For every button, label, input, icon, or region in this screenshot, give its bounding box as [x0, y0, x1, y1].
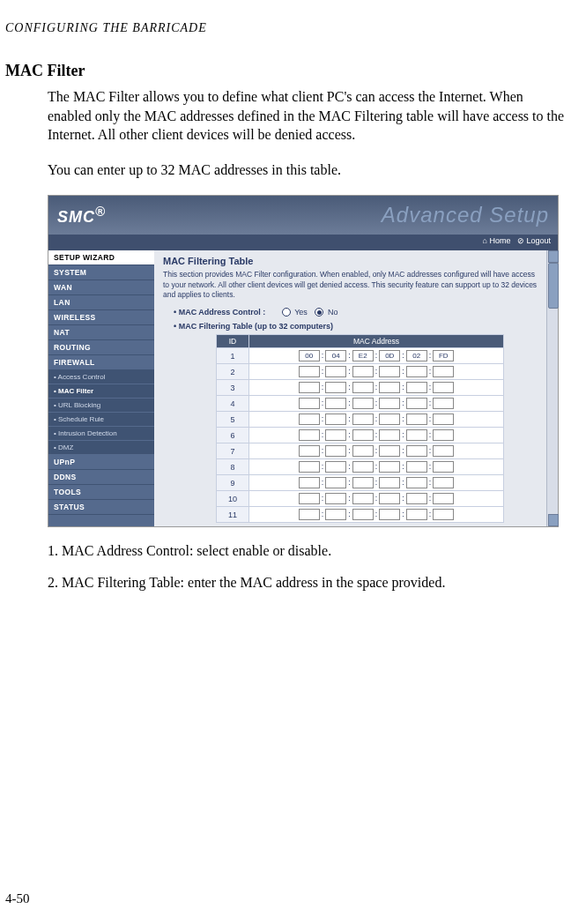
mac-octet-input[interactable] [406, 414, 427, 425]
sidebar-nat[interactable]: NAT [48, 325, 154, 340]
mac-octet-input[interactable] [325, 493, 346, 504]
mac-octet-input[interactable]: 00 [299, 350, 320, 361]
mac-octet-input[interactable] [325, 414, 346, 425]
th-id: ID [217, 335, 249, 348]
mac-octet-input[interactable] [433, 461, 454, 473]
mac-octet-input[interactable] [325, 429, 346, 441]
mac-octet-input[interactable] [406, 445, 427, 457]
mac-octet-input[interactable] [299, 493, 320, 504]
mac-octet-input[interactable] [299, 461, 320, 473]
mac-octet-input[interactable] [406, 461, 427, 473]
mac-octet-input[interactable] [433, 493, 454, 504]
mac-octet-input[interactable] [433, 477, 454, 488]
mac-octet-input[interactable] [433, 509, 454, 520]
mac-octet-input[interactable] [352, 509, 374, 520]
mac-octet-input[interactable] [299, 509, 320, 520]
mac-octet-input[interactable]: 04 [325, 350, 346, 361]
mac-octet-input[interactable] [379, 461, 400, 473]
mac-octet-input[interactable] [406, 366, 427, 377]
mac-octet-input[interactable] [433, 398, 454, 409]
scroll-up-icon[interactable] [548, 250, 559, 263]
mac-octet-input[interactable] [433, 429, 454, 441]
sidebar-tools[interactable]: TOOLS [48, 485, 154, 500]
mac-octet-input[interactable] [433, 382, 454, 393]
mac-octet-input[interactable] [325, 445, 346, 457]
sidebar-sub-url-blocking[interactable]: URL Blocking [48, 399, 154, 413]
mac-octet-input[interactable] [299, 382, 320, 393]
scroll-down-icon[interactable] [548, 514, 559, 526]
sidebar-wireless[interactable]: WIRELESS [48, 310, 154, 325]
mac-octet-input[interactable] [379, 382, 400, 393]
content-scrollbar[interactable] [546, 250, 558, 526]
mac-octet-input[interactable] [325, 366, 346, 377]
sidebar-sub-mac-filter[interactable]: MAC Filter [48, 384, 154, 399]
mac-octet-input[interactable] [299, 366, 320, 377]
sidebar-ddns[interactable]: DDNS [48, 470, 154, 485]
mac-octet-input[interactable] [379, 398, 400, 409]
sidebar-sub-access-control[interactable]: Access Control [48, 370, 154, 384]
mac-octet-input[interactable] [299, 414, 320, 425]
mac-octet-input[interactable] [352, 398, 374, 409]
mac-octet-input[interactable] [325, 398, 346, 409]
sidebar-sub-intrusion-detection[interactable]: Intrusion Detection [48, 427, 154, 441]
mac-octet-input[interactable] [406, 493, 427, 504]
mac-octet-input[interactable] [433, 366, 454, 377]
home-icon[interactable]: ⌂ [482, 236, 486, 245]
mac-octet-input[interactable] [352, 382, 374, 393]
nav-logout-link[interactable]: Logout [526, 236, 551, 245]
mac-octet-input[interactable] [352, 461, 374, 473]
mac-octet-input[interactable] [379, 445, 400, 457]
sidebar-firewall[interactable]: FIREWALL [48, 355, 154, 370]
sidebar-wan[interactable]: WAN [48, 280, 154, 295]
mac-octet-input[interactable] [352, 493, 374, 504]
sidebar-sub-dmz[interactable]: DMZ [48, 441, 154, 455]
mac-octet-input[interactable] [352, 445, 374, 457]
mac-octet-input[interactable]: E2 [352, 350, 374, 361]
row-mac-cell: ::::: [249, 443, 504, 459]
mac-octet-input[interactable]: 02 [406, 350, 427, 361]
mac-octet-input[interactable] [299, 429, 320, 441]
sidebar-status[interactable]: STATUS [48, 500, 154, 515]
nav-home-link[interactable]: Home [489, 236, 510, 245]
mac-octet-input[interactable] [299, 477, 320, 488]
mac-octet-input[interactable]: 0D [379, 350, 400, 361]
mac-octet-input[interactable] [406, 398, 427, 409]
mac-octet-input[interactable] [379, 429, 400, 441]
sidebar-setup-wizard[interactable]: SETUP WIZARD [48, 250, 154, 265]
mac-octet-input[interactable] [433, 414, 454, 425]
mac-octet-input[interactable] [433, 445, 454, 457]
mac-octet-input[interactable] [379, 366, 400, 377]
mac-octet-input[interactable] [299, 445, 320, 457]
sidebar-lan[interactable]: LAN [48, 295, 154, 310]
mac-octet-input[interactable] [379, 493, 400, 504]
mac-octet-input[interactable] [325, 382, 346, 393]
mac-octet-input[interactable] [299, 398, 320, 409]
mac-octet-input[interactable] [379, 477, 400, 488]
mac-octet-input[interactable] [352, 477, 374, 488]
sidebar-system[interactable]: SYSTEM [48, 265, 154, 280]
row-id: 2 [217, 364, 249, 380]
mac-octet-input[interactable] [406, 477, 427, 488]
mac-octet-input[interactable] [352, 366, 374, 377]
mac-octet-input[interactable] [352, 414, 374, 425]
mac-octet-input[interactable] [406, 429, 427, 441]
mac-octet-input[interactable] [406, 382, 427, 393]
mac-octet-input[interactable] [325, 477, 346, 488]
router-navbar: ⌂ Home ⊘ Logout [48, 235, 558, 250]
sidebar-upnp[interactable]: UPnP [48, 455, 154, 470]
logout-icon[interactable]: ⊘ [517, 236, 524, 245]
mac-octet-input[interactable] [352, 429, 374, 441]
mac-octet-input[interactable] [379, 509, 400, 520]
sidebar-routing[interactable]: ROUTING [48, 340, 154, 355]
router-sidebar: SETUP WIZARD SYSTEM WAN LAN WIRELESS NAT… [48, 250, 154, 526]
mac-octet-input[interactable] [325, 461, 346, 473]
mac-octet-input[interactable] [325, 509, 346, 520]
mac-octet-input[interactable] [406, 509, 427, 520]
sidebar-sub-schedule-rule[interactable]: Schedule Rule [48, 413, 154, 427]
mac-octet-input[interactable]: FD [433, 350, 454, 361]
mac-octet-input[interactable] [379, 414, 400, 425]
mac-control-label: MAC Address Control : [179, 308, 266, 317]
radio-yes[interactable] [282, 308, 291, 317]
radio-no[interactable] [315, 308, 323, 317]
scroll-thumb[interactable] [548, 263, 559, 309]
